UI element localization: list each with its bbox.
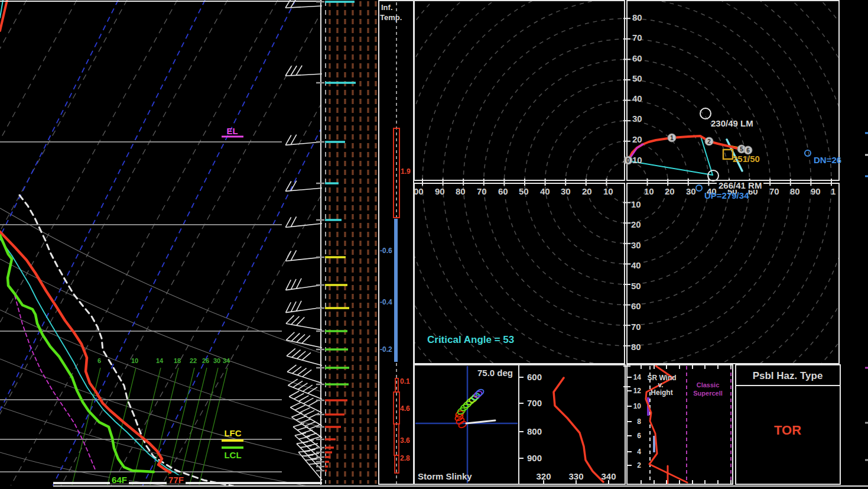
srwind-title-line2: v. <box>658 381 663 388</box>
downshear-label: DN=26 <box>814 156 841 164</box>
hazard-panel-title: Psbl Haz. Type <box>753 371 823 381</box>
mixing-ratio-label: 26 <box>202 358 209 364</box>
inf-temp-value: -0.4 <box>380 299 392 306</box>
mixing-ratio-label: 22 <box>190 358 197 364</box>
hodo-ring-label: 80 <box>632 13 642 22</box>
lcl-label: LCL <box>224 451 241 459</box>
surface-temp-label: 77F <box>167 475 186 484</box>
warm-advection-bar <box>395 378 398 392</box>
hodo-ring-label: 90 <box>811 187 821 196</box>
hazard-type-value: TOR <box>774 424 801 437</box>
inf-temp-value: 0.1 <box>400 378 410 385</box>
hodo-ring-label: 30 <box>632 114 642 123</box>
wind-barb <box>285 64 322 76</box>
moist-adiabat-line <box>0 359 321 460</box>
wind-barb <box>285 214 322 227</box>
inf-temp-value: 2.8 <box>400 455 410 462</box>
temperature-curve <box>0 232 170 472</box>
hodo-ring-label: 80 <box>790 187 800 196</box>
thetae-curve <box>554 378 603 482</box>
isotherm-highlight-line <box>0 0 205 489</box>
dtm-label: 251/50 <box>733 154 760 163</box>
line <box>285 66 292 76</box>
isotherm-highlight-line <box>0 0 118 489</box>
isotherm-highlight-line <box>50 0 295 489</box>
hodo-ring-label: 80 <box>631 342 641 351</box>
trace-height-number: 2 <box>707 138 711 145</box>
hodo-ring-label: 10 <box>632 156 642 164</box>
wind-barb <box>286 331 324 348</box>
slinky-deg-text: 75.0 deg <box>477 368 513 377</box>
upshear-marker <box>696 185 702 191</box>
line <box>304 407 315 419</box>
srwind-height-label: 4 <box>637 448 641 455</box>
line <box>295 66 303 76</box>
lfc-label: LFC <box>224 429 241 438</box>
thetae-theta-label: 330 <box>568 472 583 481</box>
critical-angle-text: Critical Angle = 53 <box>427 335 514 345</box>
trace-height-number: 1 <box>670 135 674 141</box>
hodo-ring-label: 60 <box>498 187 508 196</box>
hodo-ring-label: 40 <box>632 94 642 103</box>
temperature-curve-upper <box>0 0 7 31</box>
hodo-ring-label: 70 <box>477 187 487 196</box>
wind-barb <box>288 377 326 399</box>
upshear-label: UP=279/34 <box>704 191 749 200</box>
mixing-ratio-label: 18 <box>174 358 181 364</box>
wind-barb <box>285 248 322 261</box>
wind-barb <box>286 314 324 330</box>
mixing-ratio-label: 10 <box>131 358 138 364</box>
line <box>305 429 317 441</box>
cold-advection-bar <box>394 219 398 362</box>
inf-temp-value: 3.6 <box>400 437 410 444</box>
surface-dewpoint-label: 64F <box>110 475 129 484</box>
dry-adiabat-line <box>0 0 127 489</box>
wind-barb-column <box>284 0 329 480</box>
moist-adiabat-line <box>0 259 321 391</box>
mixing-ratio-label: 30 <box>213 358 220 364</box>
hodograph <box>341 0 868 468</box>
hodo-ring-label: 50 <box>519 187 529 196</box>
srwind-height-label: 8 <box>637 418 641 425</box>
hodo-ring-label: 30 <box>561 187 571 196</box>
isotherm-highlight-line <box>140 0 385 489</box>
skewt-panel <box>0 0 428 489</box>
hodo-ring-label: 60 <box>632 54 642 63</box>
hodo-ring-label: 70 <box>632 33 642 42</box>
wind-barb <box>284 298 322 312</box>
srwind-height-label: 6 <box>637 432 641 439</box>
thetae-pres-label: 600 <box>527 373 542 381</box>
left-mover-label: 230/49 LM <box>711 119 753 128</box>
hodo-ring-label: 60 <box>631 302 641 310</box>
hodo-ring-label: 10 <box>603 187 613 196</box>
line <box>305 418 316 429</box>
hodo-panel-border <box>627 183 839 364</box>
hodo-ring-label: 40 <box>540 187 550 196</box>
hodo-ring-label: 1 <box>831 187 836 196</box>
hodo-ring-label: 90 <box>435 187 445 196</box>
inf-temp-title-line1: Inf. <box>381 4 393 11</box>
classic-supercell-label-line2: Supercell <box>693 390 723 397</box>
hodo-ring-label: 20 <box>631 220 641 229</box>
thetae-theta-label: 340 <box>601 472 616 481</box>
trace-height-number: 6 <box>746 147 750 154</box>
srwind-title-line3: Height <box>651 389 672 396</box>
trace-height-number: 5 <box>740 146 743 153</box>
srwind-height-label: 14 <box>633 374 641 381</box>
hodo-ring-label: 30 <box>631 241 641 250</box>
wind-barb <box>284 276 322 290</box>
line <box>310 432 321 443</box>
hodo-panel-border <box>414 1 625 180</box>
dry-adiabat-line <box>159 0 429 489</box>
slinky-title: Storm Slinky <box>418 472 472 481</box>
moist-adiabat-line <box>0 407 321 488</box>
hodo-ring-label: 20 <box>665 187 675 196</box>
downshear-marker <box>805 150 811 156</box>
graphics-layer: 01256 <box>0 0 868 489</box>
hodo-ring-label: 20 <box>632 135 642 144</box>
dry-adiabat-line <box>8 0 278 489</box>
slinky-ring <box>475 388 485 397</box>
hodo-ring-label: 70 <box>769 187 779 196</box>
hodo-ring-label: 80 <box>456 187 466 196</box>
right-mover-marker[interactable] <box>708 170 719 181</box>
